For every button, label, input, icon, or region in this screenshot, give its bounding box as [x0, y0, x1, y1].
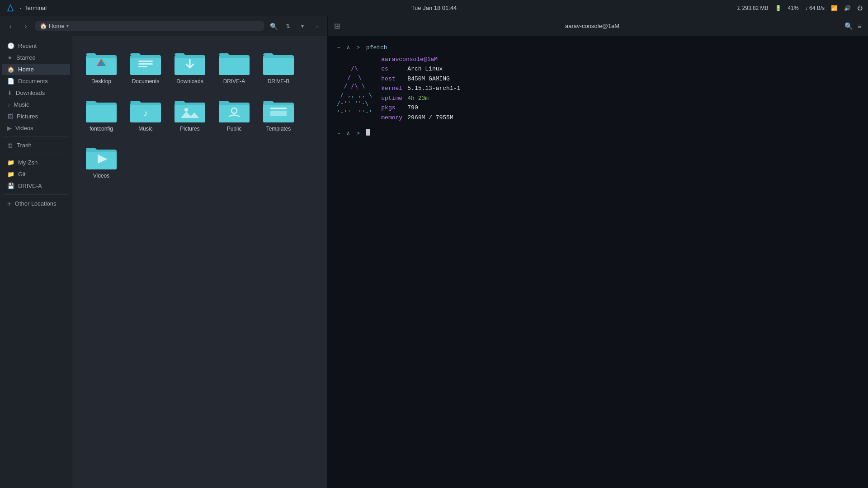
- svg-rect-9: [138, 66, 147, 67]
- fm-content: 🕐 Recent ★ Starred 🏠 Home 📄 Documents ⬇: [0, 36, 327, 488]
- sidebar-item-starred[interactable]: ★ Starred: [2, 52, 70, 63]
- fm-filter-button[interactable]: ▾: [297, 20, 308, 32]
- sidebar-label-other-locations: Other Locations: [15, 200, 57, 207]
- music-icon: ♪: [7, 101, 10, 108]
- file-item-public[interactable]: Public: [214, 93, 254, 136]
- file-item-templates[interactable]: Templates: [259, 93, 298, 136]
- svg-rect-7: [138, 61, 153, 62]
- breadcrumb-label: Home: [49, 23, 65, 29]
- pictures-folder-icon: [174, 96, 206, 123]
- svg-rect-22: [175, 105, 205, 122]
- file-item-music[interactable]: ♪ Music: [126, 93, 165, 136]
- sidebar-item-recent[interactable]: 🕐 Recent: [2, 40, 70, 52]
- file-item-desktop[interactable]: Desktop: [81, 45, 121, 88]
- pfetch-user-val: aaravconsole@1aM: [381, 55, 438, 64]
- pfetch-info: aaravconsole@1aM os Arch Linux host B450…: [381, 54, 460, 126]
- videos-folder-icon: [85, 143, 118, 170]
- sidebar-item-videos[interactable]: ▶ Videos: [2, 122, 70, 134]
- sidebar-item-music[interactable]: ♪ Music: [2, 99, 70, 110]
- terminal-prompt-line: ~ ∧ > pfetch: [337, 43, 859, 52]
- fm-breadcrumb[interactable]: 🏠 Home ▾: [35, 21, 264, 31]
- file-label-pictures: Pictures: [180, 126, 199, 133]
- file-label-fontconfig: fontconfig: [90, 126, 113, 133]
- sidebar-label-music: Music: [14, 101, 29, 108]
- terminal-prompt-2a: ~: [337, 129, 344, 138]
- sidebar-item-downloads[interactable]: ⬇ Downloads: [2, 87, 70, 99]
- sidebar-item-my-zsh[interactable]: 📁 My-Zsh: [2, 157, 70, 168]
- battery-stat: 41%: [788, 5, 799, 11]
- home-icon: 🏠: [40, 23, 47, 29]
- file-label-desktop: Desktop: [91, 78, 111, 85]
- fm-back-button[interactable]: ‹: [5, 20, 16, 32]
- arch-logo-icon: [5, 3, 15, 13]
- file-item-pictures[interactable]: Pictures: [170, 93, 210, 136]
- pfetch-uptime-val: 4h 23m: [407, 94, 429, 103]
- sidebar: 🕐 Recent ★ Starred 🏠 Home 📄 Documents ⬇: [0, 36, 72, 488]
- pfetch-pkgs-key: pkgs: [381, 103, 405, 113]
- power-icon: ⏻: [857, 5, 863, 11]
- pfetch-memory-row: memory 2969M / 7955M: [381, 113, 460, 122]
- sidebar-label-downloads: Downloads: [16, 89, 45, 96]
- sidebar-label-recent: Recent: [18, 42, 37, 49]
- battery-icon: 🔋: [775, 5, 782, 11]
- topbar: ▪ Terminal Tue Jan 18 01:44 Σ 293.82 MB …: [0, 0, 868, 16]
- sidebar-item-trash[interactable]: 🗑 Trash: [2, 140, 70, 151]
- terminal-title: aarav-console@1aM: [565, 23, 619, 29]
- fm-forward-button[interactable]: ›: [20, 20, 32, 32]
- sidebar-item-drive-a[interactable]: 💾 DRIVE-A: [2, 180, 70, 192]
- file-item-downloads[interactable]: Downloads: [170, 45, 210, 88]
- sidebar-item-git[interactable]: 📁 Git: [2, 169, 70, 180]
- pfetch-host-key: host: [381, 75, 405, 84]
- pfetch-uptime-row: uptime 4h 23m: [381, 94, 460, 103]
- sidebar-label-starred: Starred: [16, 54, 36, 61]
- pfetch-uptime-key: uptime: [381, 94, 405, 103]
- sidebar-item-documents[interactable]: 📄 Documents: [2, 75, 70, 87]
- pfetch-pkgs-row: pkgs 790: [381, 103, 460, 113]
- file-item-fontconfig[interactable]: fontconfig: [81, 93, 121, 136]
- desktop-folder-icon: [85, 49, 118, 76]
- pfetch-output: /\ / \ / /\ \ / ,, ,, \ /-'' ''-\ '-'' '…: [337, 54, 859, 126]
- svg-point-23: [184, 108, 188, 112]
- pfetch-host-row: host B450M GAMING: [381, 75, 460, 84]
- pfetch-os-val: Arch Linux: [407, 65, 443, 74]
- terminal-gt-symbol: >: [356, 43, 363, 52]
- terminal-content[interactable]: ~ ∧ > pfetch /\ / \ / /\ \ / ,, ,, \ /-'…: [328, 36, 868, 488]
- sidebar-item-pictures[interactable]: 🖼 Pictures: [2, 111, 70, 122]
- pfetch-logo: /\ / \ / /\ \ / ,, ,, \ /-'' ''-\ '-'' '…: [337, 55, 372, 126]
- pfetch-os-row: os Arch Linux: [381, 65, 460, 74]
- file-label-public: Public: [227, 126, 242, 133]
- terminal-window: ⊞ aarav-console@1aM 🔍 ≡ ~ ∧ > pfetch /\ …: [328, 16, 868, 488]
- fm-menu-button[interactable]: ≡: [311, 20, 323, 32]
- myzsh-icon: 📁: [7, 159, 14, 166]
- fm-search-button[interactable]: 🔍: [268, 20, 279, 32]
- git-icon: 📁: [7, 171, 14, 178]
- file-grid: Desktop Documents: [72, 36, 327, 488]
- terminal-search-icon[interactable]: 🔍: [844, 22, 853, 30]
- terminal-gt-symbol-2: >: [356, 129, 363, 138]
- pfetch-host-val: B450M GAMING: [407, 75, 450, 84]
- file-item-documents[interactable]: Documents: [126, 45, 165, 88]
- sidebar-label-videos: Videos: [15, 125, 33, 131]
- pfetch-os-key: os: [381, 65, 405, 74]
- file-label-templates: Templates: [266, 126, 291, 133]
- file-label-downloads: Downloads: [176, 78, 203, 85]
- drive-a-folder-icon: [218, 49, 250, 76]
- sidebar-item-other-locations[interactable]: + Other Locations: [2, 197, 70, 210]
- videos-icon: ▶: [7, 125, 12, 131]
- terminal-menu-icon[interactable]: ≡: [858, 22, 862, 30]
- downloads-folder-icon: [174, 49, 206, 76]
- file-item-videos[interactable]: Videos: [81, 140, 121, 183]
- terminal-new-tab-icon[interactable]: ⊞: [334, 22, 340, 30]
- file-item-drive-a[interactable]: DRIVE-A: [214, 45, 254, 88]
- fm-sort-button[interactable]: ⇅: [282, 20, 294, 32]
- file-item-drive-b[interactable]: DRIVE-B: [259, 45, 298, 88]
- volume-icon: 🔊: [844, 5, 851, 11]
- breadcrumb-dropdown-icon[interactable]: ▾: [66, 23, 69, 28]
- templates-folder-icon: [262, 96, 295, 123]
- drive-b-folder-icon: [262, 49, 295, 76]
- public-folder-icon: [218, 96, 250, 123]
- sidebar-item-home[interactable]: 🏠 Home: [2, 64, 70, 75]
- starred-icon: ★: [7, 54, 13, 61]
- terminal-prompt-line-2: ~ ∧ >: [337, 129, 859, 138]
- svg-rect-30: [270, 111, 287, 116]
